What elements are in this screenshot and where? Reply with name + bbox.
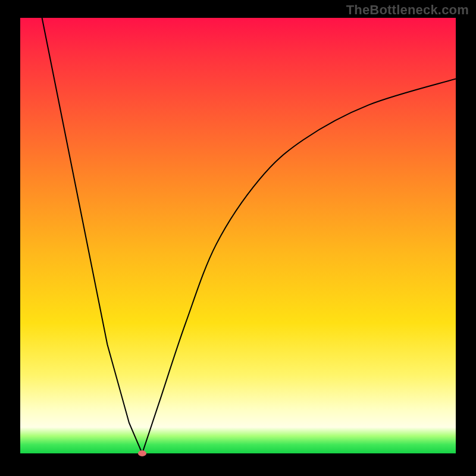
watermark-text: TheBottleneck.com	[346, 2, 469, 18]
curve-path	[42, 18, 456, 453]
minimum-marker	[138, 450, 146, 456]
bottleneck-curve	[20, 18, 456, 453]
chart-frame: TheBottleneck.com	[0, 0, 476, 476]
